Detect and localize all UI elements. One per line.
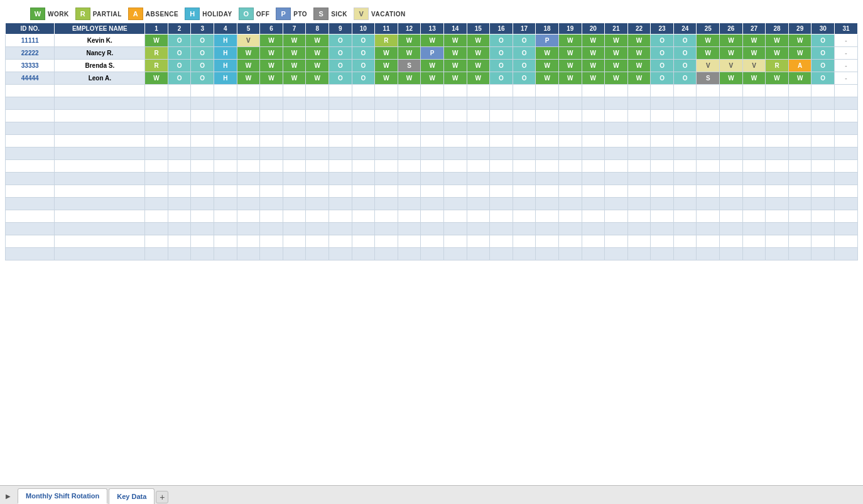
empty-day-9	[328, 147, 352, 160]
empty-day-17	[513, 210, 536, 223]
day-cell-30: O	[811, 47, 835, 60]
empty-day-9	[328, 185, 352, 198]
empty-day-28	[766, 210, 789, 223]
day-cell-22: W	[627, 60, 651, 72]
empty-day-28	[766, 110, 789, 122]
empty-day-9	[328, 110, 352, 122]
empty-row	[6, 97, 858, 110]
col-header-day-21: 21	[605, 23, 628, 35]
meta-row: W WORK R PARTIAL A ABSENCE H HOLIDAY O O…	[5, 8, 858, 20]
empty-day-27	[742, 160, 766, 173]
empty-day-1	[145, 248, 168, 260]
day-cell-5: W	[237, 60, 260, 72]
empty-day-3	[191, 223, 214, 235]
empty-day-21	[605, 122, 628, 135]
empty-day-26	[720, 185, 743, 198]
empty-day-2	[168, 235, 191, 248]
empty-day-15	[467, 97, 490, 110]
empty-day-21	[605, 97, 628, 110]
empty-day-20	[582, 135, 605, 147]
empty-day-25	[697, 147, 720, 160]
empty-day-7	[283, 198, 306, 210]
empty-day-18	[536, 160, 559, 173]
day-cell-6: W	[260, 35, 283, 47]
day-cell-8: W	[306, 60, 329, 72]
empty-day-22	[627, 248, 651, 260]
key-group: W WORK R PARTIAL A ABSENCE H HOLIDAY O O…	[30, 8, 406, 20]
empty-day-15	[467, 210, 490, 223]
bottom-bar: ▶ Monthly Shift RotationKey Data +	[0, 485, 863, 504]
empty-day-29	[788, 110, 811, 122]
day-cell-10: O	[352, 35, 375, 47]
employee-name: Leon A.	[55, 72, 145, 85]
empty-day-18	[536, 110, 559, 122]
empty-day-25	[697, 248, 720, 260]
day-cell-1: W	[145, 72, 168, 85]
col-header-day-2: 2	[168, 23, 191, 35]
empty-day-30	[811, 85, 835, 97]
empty-row	[6, 160, 858, 173]
table-row: 33333Brenda S.ROOHWWWWOOWSWWWOOWWWWWOOVV…	[6, 60, 858, 72]
empty-day-25	[697, 173, 720, 185]
empty-day-21	[605, 147, 628, 160]
empty-day-12	[398, 210, 421, 223]
day-cell-12: S	[398, 60, 421, 72]
empty-id-cell	[6, 173, 55, 185]
empty-day-2	[168, 147, 191, 160]
empty-day-30	[811, 223, 835, 235]
day-cell-16: O	[490, 35, 513, 47]
empty-day-28	[766, 160, 789, 173]
empty-day-30	[811, 198, 835, 210]
day-cell-8: W	[306, 72, 329, 85]
empty-day-22	[627, 223, 651, 235]
empty-day-6	[260, 110, 283, 122]
empty-day-12	[398, 185, 421, 198]
day-cell-7: W	[283, 72, 306, 85]
day-cell-19: W	[558, 35, 582, 47]
empty-day-16	[490, 198, 513, 210]
empty-day-7	[283, 173, 306, 185]
empty-day-6	[260, 223, 283, 235]
empty-day-6	[260, 85, 283, 97]
empty-day-13	[421, 110, 444, 122]
empty-day-1	[145, 97, 168, 110]
empty-day-21	[605, 135, 628, 147]
day-cell-21: W	[605, 47, 628, 60]
col-header-day-29: 29	[788, 23, 811, 35]
empty-day-4	[214, 173, 237, 185]
col-header-day-1: 1	[145, 23, 168, 35]
tab-monthly-shift-rotation[interactable]: Monthly Shift Rotation	[18, 488, 107, 504]
empty-day-16	[490, 110, 513, 122]
empty-day-17	[513, 85, 536, 97]
add-tab-button[interactable]: +	[156, 491, 168, 503]
empty-day-6	[260, 198, 283, 210]
empty-id-cell	[6, 147, 55, 160]
empty-day-11	[375, 210, 398, 223]
day-cell-9: O	[328, 72, 352, 85]
empty-day-13	[421, 235, 444, 248]
key-badge-o: O	[239, 8, 254, 20]
empty-name-cell	[55, 97, 145, 110]
empty-day-24	[673, 110, 697, 122]
empty-day-16	[490, 223, 513, 235]
day-cell-16: O	[490, 47, 513, 60]
empty-day-25	[697, 235, 720, 248]
empty-day-23	[651, 85, 674, 97]
empty-day-12	[398, 173, 421, 185]
empty-name-cell	[55, 248, 145, 260]
empty-row	[6, 235, 858, 248]
empty-day-29	[788, 198, 811, 210]
tab-key-data[interactable]: Key Data	[109, 488, 155, 504]
empty-day-5	[237, 160, 260, 173]
day-cell-14: W	[443, 72, 467, 85]
nav-left-arrow[interactable]: ▶	[3, 488, 14, 504]
empty-day-11	[375, 85, 398, 97]
empty-day-11	[375, 223, 398, 235]
day-cell-17: O	[513, 60, 536, 72]
empty-name-cell	[55, 173, 145, 185]
empty-day-11	[375, 198, 398, 210]
empty-day-29	[788, 135, 811, 147]
empty-id-cell	[6, 235, 55, 248]
empty-day-29	[788, 223, 811, 235]
empty-day-2	[168, 198, 191, 210]
